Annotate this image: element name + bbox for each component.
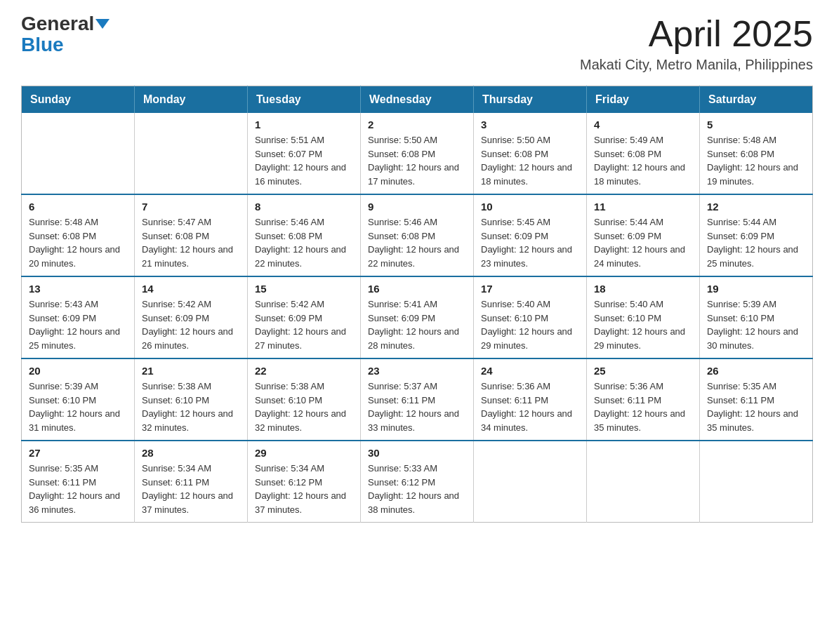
day-cell: 24Sunrise: 5:36 AMSunset: 6:11 PMDayligh… bbox=[474, 358, 587, 441]
day-cell: 15Sunrise: 5:42 AMSunset: 6:09 PMDayligh… bbox=[248, 276, 361, 358]
day-info: Sunrise: 5:39 AMSunset: 6:10 PMDaylight:… bbox=[707, 297, 805, 352]
day-info: Sunrise: 5:47 AMSunset: 6:08 PMDaylight:… bbox=[142, 215, 240, 270]
day-cell: 3Sunrise: 5:50 AMSunset: 6:08 PMDaylight… bbox=[474, 113, 587, 194]
day-number: 30 bbox=[368, 447, 466, 459]
day-info: Sunrise: 5:35 AMSunset: 6:11 PMDaylight:… bbox=[707, 380, 805, 434]
day-number: 12 bbox=[707, 201, 805, 213]
day-number: 1 bbox=[255, 119, 353, 130]
day-info: Sunrise: 5:34 AMSunset: 6:12 PMDaylight:… bbox=[255, 462, 353, 516]
day-cell: 9Sunrise: 5:46 AMSunset: 6:08 PMDaylight… bbox=[361, 194, 474, 276]
weekday-header-friday: Friday bbox=[587, 86, 700, 114]
day-cell: 18Sunrise: 5:40 AMSunset: 6:10 PMDayligh… bbox=[587, 276, 700, 358]
day-number: 15 bbox=[255, 283, 353, 295]
calendar-table: SundayMondayTuesdayWednesdayThursdayFrid… bbox=[21, 86, 813, 523]
day-info: Sunrise: 5:35 AMSunset: 6:11 PMDaylight:… bbox=[29, 462, 127, 516]
day-cell: 21Sunrise: 5:38 AMSunset: 6:10 PMDayligh… bbox=[135, 358, 248, 441]
logo-general-text: General bbox=[21, 14, 94, 34]
day-cell: 5Sunrise: 5:48 AMSunset: 6:08 PMDaylight… bbox=[700, 113, 813, 194]
day-cell: 22Sunrise: 5:38 AMSunset: 6:10 PMDayligh… bbox=[248, 358, 361, 441]
week-row-1: 1Sunrise: 5:51 AMSunset: 6:07 PMDaylight… bbox=[22, 113, 813, 194]
week-row-4: 20Sunrise: 5:39 AMSunset: 6:10 PMDayligh… bbox=[22, 358, 813, 441]
logo: General Blue bbox=[21, 14, 110, 56]
day-number: 20 bbox=[29, 365, 127, 377]
weekday-header-saturday: Saturday bbox=[700, 86, 813, 114]
day-number: 22 bbox=[255, 365, 353, 377]
day-number: 4 bbox=[594, 119, 692, 130]
day-cell: 30Sunrise: 5:33 AMSunset: 6:12 PMDayligh… bbox=[361, 441, 474, 523]
day-number: 7 bbox=[142, 201, 240, 213]
day-number: 19 bbox=[707, 283, 805, 295]
day-info: Sunrise: 5:44 AMSunset: 6:09 PMDaylight:… bbox=[707, 215, 805, 270]
day-info: Sunrise: 5:49 AMSunset: 6:08 PMDaylight:… bbox=[594, 133, 692, 188]
day-number: 14 bbox=[142, 283, 240, 295]
page-header: General Blue April 2025 Makati City, Met… bbox=[21, 14, 813, 73]
day-number: 3 bbox=[481, 119, 579, 130]
day-number: 5 bbox=[707, 119, 805, 130]
day-number: 10 bbox=[481, 201, 579, 213]
day-cell: 26Sunrise: 5:35 AMSunset: 6:11 PMDayligh… bbox=[700, 358, 813, 441]
day-cell: 14Sunrise: 5:42 AMSunset: 6:09 PMDayligh… bbox=[135, 276, 248, 358]
day-number: 17 bbox=[481, 283, 579, 295]
day-cell bbox=[22, 113, 135, 194]
day-cell bbox=[700, 441, 813, 523]
day-cell: 11Sunrise: 5:44 AMSunset: 6:09 PMDayligh… bbox=[587, 194, 700, 276]
day-info: Sunrise: 5:43 AMSunset: 6:09 PMDaylight:… bbox=[29, 297, 127, 352]
day-info: Sunrise: 5:36 AMSunset: 6:11 PMDaylight:… bbox=[481, 380, 579, 434]
weekday-header-tuesday: Tuesday bbox=[248, 86, 361, 114]
day-number: 25 bbox=[594, 365, 692, 377]
day-info: Sunrise: 5:38 AMSunset: 6:10 PMDaylight:… bbox=[255, 380, 353, 434]
month-title: April 2025 bbox=[580, 14, 813, 54]
day-number: 23 bbox=[368, 365, 466, 377]
day-info: Sunrise: 5:33 AMSunset: 6:12 PMDaylight:… bbox=[368, 462, 466, 516]
day-cell: 8Sunrise: 5:46 AMSunset: 6:08 PMDaylight… bbox=[248, 194, 361, 276]
day-cell: 17Sunrise: 5:40 AMSunset: 6:10 PMDayligh… bbox=[474, 276, 587, 358]
day-number: 13 bbox=[29, 283, 127, 295]
weekday-header-monday: Monday bbox=[135, 86, 248, 114]
logo-blue-text: Blue bbox=[21, 34, 64, 56]
day-number: 26 bbox=[707, 365, 805, 377]
day-cell: 27Sunrise: 5:35 AMSunset: 6:11 PMDayligh… bbox=[22, 441, 135, 523]
day-number: 27 bbox=[29, 447, 127, 459]
day-number: 18 bbox=[594, 283, 692, 295]
day-cell: 1Sunrise: 5:51 AMSunset: 6:07 PMDaylight… bbox=[248, 113, 361, 194]
day-info: Sunrise: 5:38 AMSunset: 6:10 PMDaylight:… bbox=[142, 380, 240, 434]
day-info: Sunrise: 5:50 AMSunset: 6:08 PMDaylight:… bbox=[481, 133, 579, 188]
day-info: Sunrise: 5:39 AMSunset: 6:10 PMDaylight:… bbox=[29, 380, 127, 434]
day-number: 8 bbox=[255, 201, 353, 213]
day-number: 28 bbox=[142, 447, 240, 459]
week-row-5: 27Sunrise: 5:35 AMSunset: 6:11 PMDayligh… bbox=[22, 441, 813, 523]
day-info: Sunrise: 5:48 AMSunset: 6:08 PMDaylight:… bbox=[707, 133, 805, 188]
day-cell: 12Sunrise: 5:44 AMSunset: 6:09 PMDayligh… bbox=[700, 194, 813, 276]
day-info: Sunrise: 5:46 AMSunset: 6:08 PMDaylight:… bbox=[368, 215, 466, 270]
logo-arrow-icon bbox=[95, 19, 110, 29]
day-cell: 25Sunrise: 5:36 AMSunset: 6:11 PMDayligh… bbox=[587, 358, 700, 441]
day-cell: 20Sunrise: 5:39 AMSunset: 6:10 PMDayligh… bbox=[22, 358, 135, 441]
day-cell: 4Sunrise: 5:49 AMSunset: 6:08 PMDaylight… bbox=[587, 113, 700, 194]
day-info: Sunrise: 5:37 AMSunset: 6:11 PMDaylight:… bbox=[368, 380, 466, 434]
day-cell bbox=[135, 113, 248, 194]
day-cell: 6Sunrise: 5:48 AMSunset: 6:08 PMDaylight… bbox=[22, 194, 135, 276]
day-number: 21 bbox=[142, 365, 240, 377]
week-row-3: 13Sunrise: 5:43 AMSunset: 6:09 PMDayligh… bbox=[22, 276, 813, 358]
day-number: 9 bbox=[368, 201, 466, 213]
day-cell bbox=[474, 441, 587, 523]
day-info: Sunrise: 5:41 AMSunset: 6:09 PMDaylight:… bbox=[368, 297, 466, 352]
day-info: Sunrise: 5:34 AMSunset: 6:11 PMDaylight:… bbox=[142, 462, 240, 516]
day-number: 6 bbox=[29, 201, 127, 213]
day-info: Sunrise: 5:42 AMSunset: 6:09 PMDaylight:… bbox=[142, 297, 240, 352]
day-cell: 2Sunrise: 5:50 AMSunset: 6:08 PMDaylight… bbox=[361, 113, 474, 194]
day-cell: 29Sunrise: 5:34 AMSunset: 6:12 PMDayligh… bbox=[248, 441, 361, 523]
day-cell: 23Sunrise: 5:37 AMSunset: 6:11 PMDayligh… bbox=[361, 358, 474, 441]
weekday-header-row: SundayMondayTuesdayWednesdayThursdayFrid… bbox=[22, 86, 813, 114]
day-number: 24 bbox=[481, 365, 579, 377]
day-info: Sunrise: 5:36 AMSunset: 6:11 PMDaylight:… bbox=[594, 380, 692, 434]
weekday-header-thursday: Thursday bbox=[474, 86, 587, 114]
day-cell: 16Sunrise: 5:41 AMSunset: 6:09 PMDayligh… bbox=[361, 276, 474, 358]
day-info: Sunrise: 5:51 AMSunset: 6:07 PMDaylight:… bbox=[255, 133, 353, 188]
day-cell: 10Sunrise: 5:45 AMSunset: 6:09 PMDayligh… bbox=[474, 194, 587, 276]
weekday-header-sunday: Sunday bbox=[22, 86, 135, 114]
day-info: Sunrise: 5:45 AMSunset: 6:09 PMDaylight:… bbox=[481, 215, 579, 270]
day-cell: 13Sunrise: 5:43 AMSunset: 6:09 PMDayligh… bbox=[22, 276, 135, 358]
day-info: Sunrise: 5:50 AMSunset: 6:08 PMDaylight:… bbox=[368, 133, 466, 188]
week-row-2: 6Sunrise: 5:48 AMSunset: 6:08 PMDaylight… bbox=[22, 194, 813, 276]
